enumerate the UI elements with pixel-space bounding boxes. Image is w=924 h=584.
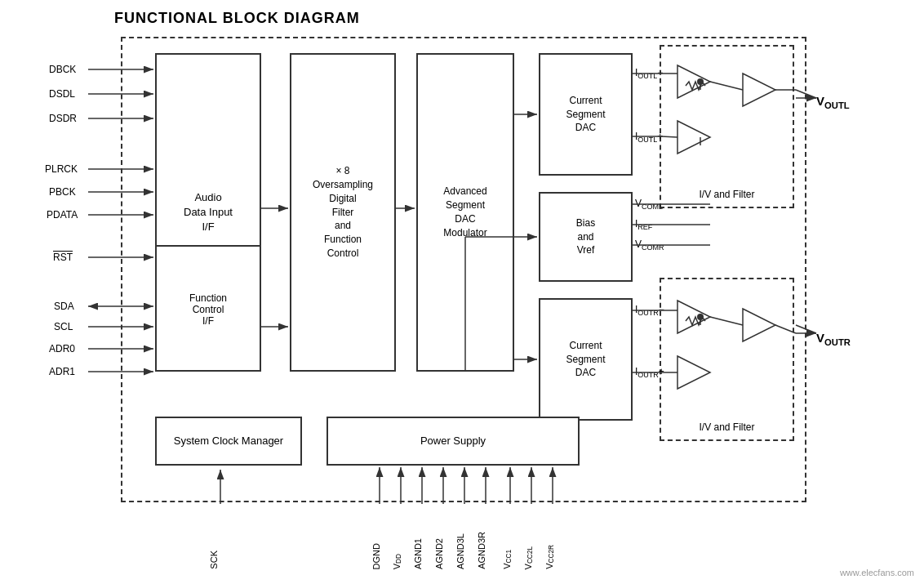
label-vcc1: VCC1 <box>502 550 513 569</box>
label-voutl: VOUTL <box>816 94 850 110</box>
label-ioutl-plus: IOUTL+ <box>635 131 663 144</box>
block-adv-dac: AdvancedSegmentDACModulator <box>416 53 514 372</box>
label-adr0: ADR0 <box>49 343 75 354</box>
label-vdd: VDD <box>392 554 402 569</box>
block-power-supply: Power Supply <box>327 417 580 466</box>
label-agnd3l: AGND3L <box>455 533 465 569</box>
block-bias-vref: BiasandVref <box>539 192 633 282</box>
iv-top-label: I/V and Filter <box>661 189 793 200</box>
label-rst: RST <box>53 252 73 263</box>
label-plrck: PLRCK <box>45 163 78 175</box>
diagram-container: FUNCTIONAL BLOCK DIAGRAM Audio Data Inpu… <box>0 0 924 584</box>
block-csd-bottom: CurrentSegmentDAC <box>539 298 633 421</box>
label-vcoml: VCOML <box>635 198 663 211</box>
label-sck: SCK <box>209 551 219 569</box>
label-adr1: ADR1 <box>49 366 75 377</box>
label-dbck: DBCK <box>49 64 76 75</box>
label-agnd2: AGND2 <box>434 538 444 569</box>
label-ioutr-minus: IOUTR− <box>635 304 664 317</box>
label-vcc2r: VCC2R <box>544 545 555 569</box>
watermark: www.elecfans.com <box>840 568 914 577</box>
label-agnd1: AGND1 <box>413 538 423 569</box>
label-vcomr: VCOMR <box>635 239 664 252</box>
iv-bot-label: I/V and Filter <box>661 421 793 433</box>
block-iv-bottom: I/V and Filter <box>660 278 794 441</box>
label-scl: SCL <box>54 321 73 332</box>
label-vcc2l: VCC2L <box>523 546 534 569</box>
label-dsdr: DSDR <box>49 113 77 124</box>
block-csd-top: CurrentSegmentDAC <box>539 53 633 176</box>
label-ioutr-plus: IOUTR+ <box>635 366 664 379</box>
block-sys-clock: System Clock Manager <box>155 417 302 466</box>
label-agnd3r: AGND3R <box>477 532 486 569</box>
label-dsdl: DSDL <box>49 88 75 100</box>
label-ioutl-minus: IOUTL− <box>635 67 663 80</box>
label-iref: IREF <box>635 218 652 231</box>
diagram-title: FUNCTIONAL BLOCK DIAGRAM <box>114 10 360 27</box>
label-sda: SDA <box>54 301 74 312</box>
label-pbck: PBCK <box>49 186 76 198</box>
label-voutr: VOUTR <box>816 331 851 347</box>
block-function-control: FunctionControlI/F <box>155 245 261 372</box>
block-iv-top: I/V and Filter <box>660 45 794 208</box>
label-dgnd: DGND <box>371 543 381 569</box>
block-oversample: × 8OversamplingDigitalFilterandFunctionC… <box>290 53 396 372</box>
label-pdata: PDATA <box>47 209 78 221</box>
